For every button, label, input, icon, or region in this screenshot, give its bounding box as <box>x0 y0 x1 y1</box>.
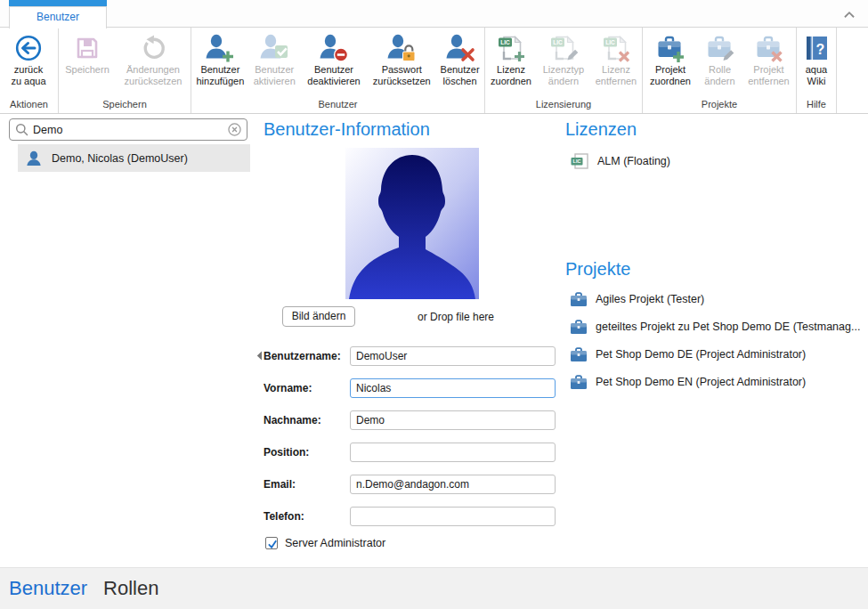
change-license-type-button[interactable]: LIC Lizenztypändern <box>537 30 590 98</box>
project-item-label: Agiles Projekt (Tester) <box>596 293 704 305</box>
briefcase-icon <box>570 374 588 390</box>
user-delete-icon <box>445 32 475 64</box>
ribbon-filler <box>837 28 868 113</box>
svg-text:?: ? <box>816 42 825 57</box>
ribbon-group-speichern: Speichern Änderungenzurücksetzen Speiche… <box>59 28 191 113</box>
save-button[interactable]: Speichern <box>59 30 116 98</box>
project-item[interactable]: Agiles Projekt (Tester) <box>570 290 704 308</box>
change-image-button[interactable]: Bild ändern <box>282 306 355 327</box>
license-item-label: ALM (Floating) <box>597 155 670 167</box>
license-item[interactable]: LIC ALM (Floating) <box>570 152 670 170</box>
briefcase-icon <box>570 319 588 335</box>
group-label-benutzer: Benutzer <box>191 98 484 113</box>
project-item[interactable]: Pet Shop Demo DE (Project Administrator) <box>570 345 806 363</box>
bottom-tab-benutzer[interactable]: Benutzer <box>9 577 87 600</box>
briefcase-icon <box>570 291 588 307</box>
projects-title: Projekte <box>565 259 630 280</box>
assign-license-button[interactable]: LIC Lizenzzuordnen <box>485 30 537 98</box>
project-item-label: Pet Shop Demo EN (Project Administrator) <box>596 376 806 388</box>
license-remove-icon: LIC <box>601 32 631 64</box>
avatar-silhouette <box>345 148 479 299</box>
chevron-up-icon <box>841 7 857 23</box>
licenses-title: Lizenzen <box>565 119 637 140</box>
user-list-item-label: Demo, Nicolas (DemoUser) <box>52 152 188 165</box>
server-admin-label: Server Administrator <box>285 537 385 550</box>
password-reset-icon <box>386 32 417 64</box>
svg-text:LIC: LIC <box>573 158 581 164</box>
ribbon-group-lizensierung: LIC Lizenzzuordnen LIC Lizenztypändern L… <box>485 28 643 113</box>
drop-file-hint: or Drop file here <box>418 311 494 323</box>
field-label-position: Position: <box>264 446 309 459</box>
telefon-field[interactable] <box>350 507 556 526</box>
clear-search-icon[interactable] <box>228 123 241 136</box>
back-to-aqua-button[interactable]: zurückzu aqua <box>0 30 57 98</box>
ribbon-group-benutzer: Benutzerhinzufügen Benutzeraktivieren Be… <box>191 28 485 113</box>
collapse-panel-arrow[interactable] <box>256 348 263 358</box>
assign-project-button[interactable]: Projektzuordnen <box>643 30 698 98</box>
delete-user-button[interactable]: Benutzerlöschen <box>435 30 484 98</box>
group-label-projekte: Projekte <box>643 98 796 113</box>
vorname-field[interactable] <box>350 378 556 398</box>
undo-icon <box>139 32 167 64</box>
ribbon-tab-bar: Benutzer <box>0 0 868 27</box>
save-floppy-icon <box>73 32 101 64</box>
check-icon <box>267 539 278 549</box>
server-admin-checkbox[interactable] <box>265 537 278 549</box>
svg-text:LIC: LIC <box>500 39 510 45</box>
project-remove-icon <box>754 32 784 64</box>
user-icon <box>26 150 42 166</box>
field-label-vorname: Vorname: <box>264 382 312 394</box>
aqua-wiki-button[interactable]: ? aquaWiki <box>797 30 836 98</box>
field-label-telefon: Telefon: <box>264 510 304 523</box>
user-add-icon <box>205 32 235 64</box>
nachname-field[interactable] <box>350 410 556 430</box>
revert-changes-button[interactable]: Änderungenzurücksetzen <box>116 30 191 98</box>
wiki-book-icon: ? <box>803 32 830 64</box>
ribbon-group-aktionen: zurückzu aqua Aktionen <box>0 28 59 113</box>
reset-password-button[interactable]: Passwortzurücksetzen <box>368 30 435 98</box>
group-label-hilfe: Hilfe <box>797 98 836 113</box>
bottom-tab-bar: Benutzer Rollen <box>0 567 868 609</box>
change-role-button[interactable]: Rolleändern <box>698 30 742 98</box>
search-icon <box>15 123 28 136</box>
license-icon: LIC <box>570 152 589 170</box>
briefcase-icon <box>570 346 588 362</box>
avatar-drop-zone[interactable] <box>345 148 479 299</box>
position-field[interactable] <box>350 443 556 462</box>
field-label-email: Email: <box>264 478 296 491</box>
deactivate-user-button[interactable]: Benutzerdeaktivieren <box>300 30 369 98</box>
remove-project-button[interactable]: Projektentfernen <box>742 30 796 98</box>
group-label-lizensierung: Lizensierung <box>485 98 642 113</box>
ribbon-group-projekte: Projektzuordnen Rolleändern Projektentfe… <box>643 28 797 113</box>
license-edit-icon: LIC <box>548 32 579 64</box>
user-list-item-selected[interactable]: Demo, Nicolas (DemoUser) <box>18 144 250 172</box>
ribbon: zurückzu aqua Aktionen Speichern Änder <box>0 27 868 114</box>
tab-accent-strip <box>9 0 107 6</box>
collapse-ribbon-button[interactable] <box>841 7 857 23</box>
ribbon-group-hilfe: ? aquaWiki Hilfe <box>797 28 837 113</box>
license-add-icon: LIC <box>496 32 526 64</box>
user-search-box <box>9 118 247 141</box>
remove-license-button[interactable]: LIC Lizenzentfernen <box>590 30 642 98</box>
role-edit-icon <box>705 32 735 64</box>
svg-text:LIC: LIC <box>605 39 615 45</box>
email-field[interactable] <box>350 475 556 494</box>
triangle-left-icon <box>256 351 263 361</box>
tab-benutzer[interactable]: Benutzer <box>9 6 107 28</box>
bottom-tab-rollen[interactable]: Rollen <box>103 577 158 600</box>
activate-user-button[interactable]: Benutzeraktivieren <box>249 30 300 98</box>
group-label-speichern: Speichern <box>59 98 191 113</box>
group-label-aktionen: Aktionen <box>0 98 58 113</box>
user-deactivate-icon <box>319 32 349 64</box>
project-item[interactable]: Pet Shop Demo EN (Project Administrator) <box>570 373 806 391</box>
benutzername-field[interactable] <box>350 346 556 366</box>
search-input[interactable] <box>33 124 228 136</box>
server-admin-row: Server Administrator <box>265 537 385 550</box>
field-label-nachname: Nachname: <box>264 414 321 426</box>
user-activate-icon <box>259 32 289 64</box>
add-user-button[interactable]: Benutzerhinzufügen <box>191 30 249 98</box>
app-window: Benutzer zurückzu aqua Aktionen <box>0 0 868 609</box>
project-item-label: geteiltes Projekt zu Pet Shop Demo DE (T… <box>596 321 860 333</box>
project-item-label: Pet Shop Demo DE (Project Administrator) <box>596 348 806 361</box>
project-item[interactable]: geteiltes Projekt zu Pet Shop Demo DE (T… <box>570 318 860 336</box>
